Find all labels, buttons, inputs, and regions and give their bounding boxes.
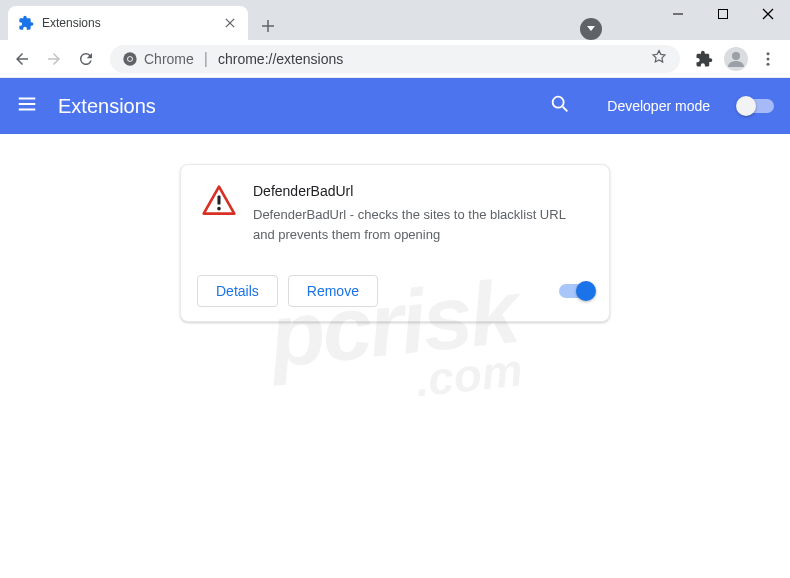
profile-button[interactable] bbox=[722, 45, 750, 73]
warning-icon bbox=[201, 183, 237, 219]
window-controls bbox=[655, 0, 790, 28]
svg-rect-19 bbox=[217, 196, 220, 205]
svg-point-12 bbox=[732, 52, 740, 60]
new-tab-button[interactable] bbox=[254, 12, 282, 40]
page-title: Extensions bbox=[58, 95, 529, 118]
back-button[interactable] bbox=[8, 45, 36, 73]
developer-mode-toggle[interactable] bbox=[738, 99, 774, 113]
url-text: chrome://extensions bbox=[218, 51, 343, 67]
hamburger-icon[interactable] bbox=[16, 93, 38, 119]
extension-name: DefenderBadUrl bbox=[253, 183, 589, 199]
extension-description: DefenderBadUrl - checks the sites to the… bbox=[253, 205, 589, 244]
svg-point-14 bbox=[767, 57, 770, 60]
developer-mode-label: Developer mode bbox=[607, 98, 710, 114]
svg-rect-1 bbox=[718, 10, 727, 19]
remove-button[interactable]: Remove bbox=[288, 275, 378, 307]
extension-enable-toggle[interactable] bbox=[559, 284, 593, 298]
svg-point-13 bbox=[767, 52, 770, 55]
tab-search-button[interactable] bbox=[580, 18, 602, 40]
bookmark-button[interactable] bbox=[650, 48, 668, 70]
svg-marker-8 bbox=[587, 26, 595, 31]
avatar bbox=[724, 47, 748, 71]
tab-title: Extensions bbox=[42, 16, 214, 30]
svg-point-15 bbox=[767, 62, 770, 65]
chrome-icon bbox=[122, 51, 138, 67]
reload-button[interactable] bbox=[72, 45, 100, 73]
minimize-button[interactable] bbox=[655, 0, 700, 28]
site-chip-label: Chrome bbox=[144, 51, 194, 67]
details-button[interactable]: Details bbox=[197, 275, 278, 307]
menu-button[interactable] bbox=[754, 45, 782, 73]
close-window-button[interactable] bbox=[745, 0, 790, 28]
extensions-header: Extensions Developer mode bbox=[0, 78, 790, 134]
forward-button[interactable] bbox=[40, 45, 68, 73]
address-bar[interactable]: Chrome | chrome://extensions bbox=[110, 45, 680, 73]
svg-point-20 bbox=[217, 207, 221, 211]
svg-line-17 bbox=[563, 107, 568, 112]
close-tab-button[interactable] bbox=[222, 15, 238, 31]
content-area: DefenderBadUrl DefenderBadUrl - checks t… bbox=[0, 134, 790, 578]
site-chip: Chrome bbox=[122, 51, 194, 67]
svg-point-16 bbox=[553, 97, 564, 108]
browser-tab[interactable]: Extensions bbox=[8, 6, 248, 40]
separator: | bbox=[204, 50, 208, 68]
extension-card: DefenderBadUrl DefenderBadUrl - checks t… bbox=[180, 164, 610, 322]
extensions-button[interactable] bbox=[690, 45, 718, 73]
puzzle-icon bbox=[18, 15, 34, 31]
svg-point-11 bbox=[128, 57, 132, 61]
search-icon[interactable] bbox=[549, 93, 571, 119]
browser-toolbar: Chrome | chrome://extensions bbox=[0, 40, 790, 78]
maximize-button[interactable] bbox=[700, 0, 745, 28]
